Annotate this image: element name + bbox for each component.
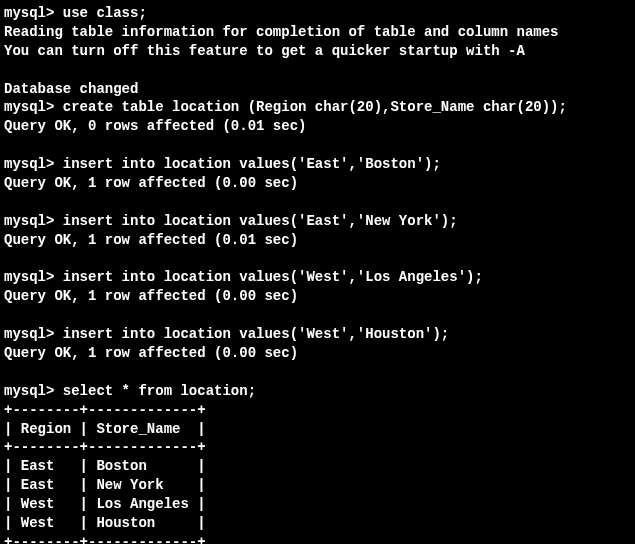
output-message: You can turn off this feature to get a q… bbox=[4, 42, 631, 61]
mysql-prompt: mysql> bbox=[4, 213, 63, 229]
sql-command: insert into location values('West','Hous… bbox=[63, 326, 449, 342]
mysql-prompt: mysql> bbox=[4, 326, 63, 342]
sql-command: insert into location values('West','Los … bbox=[63, 269, 483, 285]
mysql-prompt: mysql> bbox=[4, 99, 63, 115]
table-border: +--------+-------------+ bbox=[4, 401, 631, 420]
blank-line bbox=[4, 306, 631, 325]
output-message: Query OK, 1 row affected (0.01 sec) bbox=[4, 231, 631, 250]
sql-command: select * from location; bbox=[63, 383, 256, 399]
table-row: | West | Los Angeles | bbox=[4, 495, 631, 514]
output-message: Query OK, 1 row affected (0.00 sec) bbox=[4, 287, 631, 306]
blank-line bbox=[4, 363, 631, 382]
output-message: Query OK, 0 rows affected (0.01 sec) bbox=[4, 117, 631, 136]
table-header: | Region | Store_Name | bbox=[4, 420, 631, 439]
output-message: Query OK, 1 row affected (0.00 sec) bbox=[4, 174, 631, 193]
table-border: +--------+-------------+ bbox=[4, 438, 631, 457]
blank-line bbox=[4, 61, 631, 80]
blank-line bbox=[4, 250, 631, 269]
output-message: Database changed bbox=[4, 80, 631, 99]
command-line-5[interactable]: mysql> insert into location values('West… bbox=[4, 268, 631, 287]
command-line-2[interactable]: mysql> create table location (Region cha… bbox=[4, 98, 631, 117]
sql-command: insert into location values('East','New … bbox=[63, 213, 458, 229]
mysql-prompt: mysql> bbox=[4, 383, 63, 399]
blank-line bbox=[4, 136, 631, 155]
table-row: | East | Boston | bbox=[4, 457, 631, 476]
blank-line bbox=[4, 193, 631, 212]
sql-command: insert into location values('East','Bost… bbox=[63, 156, 441, 172]
mysql-prompt: mysql> bbox=[4, 156, 63, 172]
command-line-1[interactable]: mysql> use class; bbox=[4, 4, 631, 23]
sql-command: use class; bbox=[63, 5, 147, 21]
table-border: +--------+-------------+ bbox=[4, 533, 631, 544]
sql-command: create table location (Region char(20),S… bbox=[63, 99, 567, 115]
table-row: | East | New York | bbox=[4, 476, 631, 495]
command-line-4[interactable]: mysql> insert into location values('East… bbox=[4, 212, 631, 231]
output-message: Query OK, 1 row affected (0.00 sec) bbox=[4, 344, 631, 363]
command-line-7[interactable]: mysql> select * from location; bbox=[4, 382, 631, 401]
mysql-prompt: mysql> bbox=[4, 5, 63, 21]
table-row: | West | Houston | bbox=[4, 514, 631, 533]
command-line-6[interactable]: mysql> insert into location values('West… bbox=[4, 325, 631, 344]
output-message: Reading table information for completion… bbox=[4, 23, 631, 42]
command-line-3[interactable]: mysql> insert into location values('East… bbox=[4, 155, 631, 174]
mysql-prompt: mysql> bbox=[4, 269, 63, 285]
